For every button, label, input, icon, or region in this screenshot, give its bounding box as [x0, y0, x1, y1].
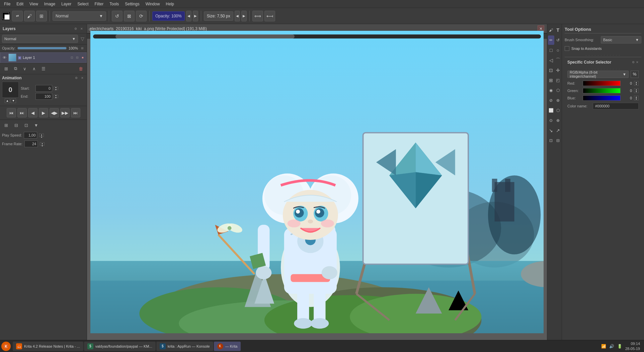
onion-skin-btn[interactable]: ▼	[32, 121, 40, 129]
tool-transform-btn[interactable]: ⊡	[548, 66, 554, 75]
horizontal-scrollbar-track[interactable]	[93, 34, 541, 38]
frame-rate-value[interactable]: 24	[24, 141, 38, 147]
tool-smudge-btn[interactable]: ⊛	[555, 96, 561, 105]
color-percent-btn[interactable]: %	[631, 71, 639, 78]
layer-merge-btn[interactable]: ⊟	[75, 55, 80, 60]
menu-filter[interactable]: Filter	[92, 1, 106, 7]
end-spinners[interactable]: ▲▼	[54, 95, 58, 98]
play-speed-value[interactable]: 1,00	[24, 132, 37, 139]
canvas-artwork[interactable]	[90, 31, 544, 333]
record-btn[interactable]: ⊟	[12, 121, 20, 129]
taskbar-krita-btn[interactable]: K — Krita	[214, 342, 241, 351]
play-prev-key-btn[interactable]: ⏭	[17, 108, 27, 117]
delete-layer-btn[interactable]: 🗑	[77, 65, 85, 73]
battery-icon[interactable]: 🔋	[617, 344, 623, 349]
play-stop-btn[interactable]: ◀▶	[50, 108, 59, 117]
tool-path-btn[interactable]: ◁	[548, 56, 554, 65]
blend-mode-selector[interactable]: Normal ▼	[53, 11, 106, 21]
opacity-decrease-btn[interactable]: ◀	[186, 11, 191, 21]
tool-select-rect-btn[interactable]: ⬜	[548, 106, 554, 115]
taskbar-terminal-btn[interactable]: $ valdyas/foundation/paypal — KM...	[84, 342, 156, 351]
speed-options-btn[interactable]: ⊞	[2, 121, 10, 129]
tool-eraser-btn[interactable]: ↺	[555, 35, 561, 45]
refresh-btn[interactable]: ⟳	[136, 11, 147, 21]
layers-settings-btn[interactable]: ⚙	[73, 26, 78, 31]
add-layer-btn[interactable]: ⊞	[2, 65, 10, 73]
keyframe-btn[interactable]: ⊡	[22, 121, 30, 129]
frame-down-btn[interactable]: ▼	[11, 98, 16, 103]
layers-close-btn[interactable]: ✕	[79, 26, 84, 31]
layer-filter-btn[interactable]: ▽	[80, 36, 85, 41]
menu-select[interactable]: Select	[75, 1, 91, 7]
layer-opacity-btn[interactable]: ⊞	[80, 46, 85, 51]
menu-view[interactable]: View	[27, 1, 41, 7]
menu-settings[interactable]: Settings	[122, 1, 142, 7]
tool-curve-btn[interactable]: ⌒	[555, 56, 561, 65]
tool-text-btn[interactable]: T	[555, 25, 561, 35]
tool-magnetic-btn[interactable]: ↗	[555, 126, 561, 135]
tool-fill-btn[interactable]: ◉	[548, 86, 554, 95]
horizontal-scrollbar-thumb[interactable]	[115, 34, 295, 38]
taskbar-konsole-btn[interactable]: $ krita : AppRun — Konsole	[156, 342, 213, 351]
tool-ruler-btn[interactable]: ⊟	[555, 136, 561, 145]
brush-smoothing-select[interactable]: Basic ▼	[601, 36, 641, 43]
color-name-value[interactable]: #000000	[593, 103, 639, 109]
color-close-btn[interactable]: ✕	[636, 61, 639, 64]
tool-rect-btn[interactable]: □	[548, 46, 554, 55]
clear-btn[interactable]: ⊠	[124, 11, 135, 21]
frame-rate-spinners[interactable]: ▲▼	[40, 142, 45, 146]
layer-item[interactable]: 👁 ▣ Layer 1 ⊡ ⊟ ■	[0, 52, 87, 63]
red-spinners[interactable]: ▲▼	[634, 81, 639, 86]
fold-down-btn[interactable]: ∨	[21, 65, 29, 73]
tool-color-btn[interactable]: 🖌	[548, 25, 554, 35]
volume-icon[interactable]: 🔊	[609, 344, 615, 349]
menu-image[interactable]: Image	[42, 1, 58, 7]
green-slider[interactable]	[583, 88, 621, 93]
layer-props-btn[interactable]: ☰	[39, 65, 48, 73]
tool-brush-btn[interactable]: ✏	[548, 35, 554, 45]
tool-guide-btn[interactable]: ⊡	[548, 136, 554, 145]
tool-crop-btn[interactable]: ⊞	[548, 76, 554, 85]
tool-circle-btn[interactable]: ○	[555, 46, 561, 55]
layer-properties-btn[interactable]: ⊞	[36, 11, 47, 21]
tool-select-circle-btn[interactable]: ⬡	[555, 106, 561, 115]
blue-slider[interactable]	[583, 95, 621, 101]
menu-help[interactable]: Help	[163, 1, 177, 7]
play-last-btn[interactable]: ⏭	[71, 108, 80, 117]
color-mode-select[interactable]: RGB/Alpha (8-bit integer/channel) ▼	[567, 71, 629, 78]
menu-file[interactable]: File	[1, 1, 13, 7]
start-spinners[interactable]: ▲▼	[54, 87, 58, 90]
mirror-h-btn[interactable]: ⟺	[252, 11, 263, 21]
end-value[interactable]: 100	[35, 93, 52, 100]
mirror-v-btn[interactable]: ⟻	[264, 11, 275, 21]
tool-gradient-btn[interactable]: ⊘	[548, 96, 554, 105]
blue-spinners[interactable]: ▲▼	[634, 96, 639, 100]
play-next-btn[interactable]: ▶▶	[60, 108, 70, 117]
start-value[interactable]: 0	[35, 85, 52, 92]
green-spinners[interactable]: ▲▼	[634, 88, 639, 93]
play-first-btn[interactable]: ⏮	[7, 108, 16, 117]
size-decrease-btn[interactable]: ◀	[235, 11, 240, 21]
menu-edit[interactable]: Edit	[14, 1, 26, 7]
foreground-color-btn[interactable]	[1, 11, 11, 21]
layer-blend-select[interactable]: Normal ▼	[2, 35, 78, 43]
play-prev-btn[interactable]: ◀	[28, 108, 37, 117]
animation-close-btn[interactable]: ✕	[80, 76, 85, 80]
tool-resize-btn[interactable]: ◰	[555, 76, 561, 85]
layer-alpha-btn[interactable]: ■	[80, 55, 85, 60]
play-btn[interactable]: ▶	[39, 108, 48, 117]
size-increase-btn[interactable]: ▶	[241, 11, 247, 21]
tool-picker-btn[interactable]: ⬡	[555, 86, 561, 95]
menu-window[interactable]: Window	[143, 1, 163, 7]
snap-checkbox[interactable]	[565, 46, 569, 51]
layer-lock-btn[interactable]: ⊡	[70, 55, 74, 60]
red-slider[interactable]	[583, 81, 621, 86]
swap-colors-btn[interactable]: ⇄	[12, 11, 23, 21]
layer-visibility-icon[interactable]: 👁	[2, 55, 7, 60]
animation-settings-btn[interactable]: ⚙	[74, 76, 79, 80]
clock[interactable]: 09:14 28-05-19	[625, 341, 640, 351]
opacity-increase-btn[interactable]: ▶	[193, 11, 198, 21]
menu-layer[interactable]: Layer	[59, 1, 74, 7]
copy-layer-btn[interactable]: ⧉	[11, 65, 19, 73]
fold-up-btn[interactable]: ∧	[30, 65, 38, 73]
